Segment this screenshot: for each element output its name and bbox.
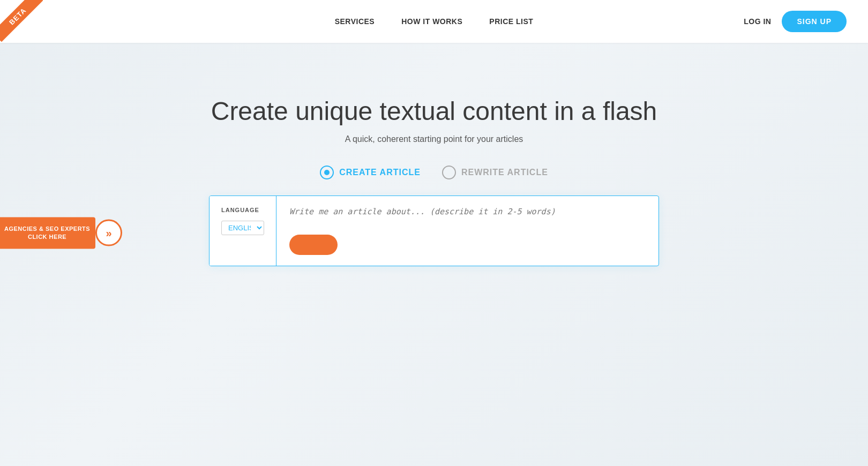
side-banner-text: AGENCIES & SEO EXPERTS CLICK HERE — [0, 217, 95, 249]
radio-group: CREATE ARTICLE REWRITE ARTICLE — [320, 166, 548, 179]
rewrite-article-option[interactable]: REWRITE ARTICLE — [442, 166, 548, 179]
article-form: LANGUAGE ENGLISH FRENCH GERMAN SPANISH — [209, 196, 659, 266]
hero-section: Create unique textual content in a flash… — [0, 43, 868, 266]
rewrite-article-radio[interactable] — [442, 166, 456, 179]
language-panel: LANGUAGE ENGLISH FRENCH GERMAN SPANISH — [209, 196, 276, 266]
generate-button[interactable] — [289, 235, 338, 255]
hero-title: Create unique textual content in a flash — [211, 96, 657, 126]
language-label: LANGUAGE — [221, 207, 264, 213]
side-banner-line2: CLICK HERE — [28, 234, 66, 240]
nav-services[interactable]: SERVICES — [335, 17, 375, 26]
rewrite-article-label: REWRITE ARTICLE — [461, 168, 548, 177]
nav-how-it-works[interactable]: HOW IT WORKS — [401, 17, 462, 26]
beta-ribbon: BETA — [0, 0, 43, 43]
nav-right: LOG IN SIGN UP — [744, 11, 847, 32]
language-select[interactable]: ENGLISH FRENCH GERMAN SPANISH — [221, 221, 264, 235]
create-article-option[interactable]: CREATE ARTICLE — [320, 166, 421, 179]
side-banner-line1: AGENCIES & SEO EXPERTS — [4, 226, 90, 232]
navbar: SERVICES HOW IT WORKS PRICE LIST LOG IN … — [0, 0, 868, 43]
input-panel — [276, 196, 659, 266]
create-article-label: CREATE ARTICLE — [339, 168, 421, 177]
create-article-radio[interactable] — [320, 166, 334, 179]
beta-label: BETA — [0, 0, 43, 42]
nav-price-list[interactable]: PRICE LIST — [489, 17, 533, 26]
hero-subtitle: A quick, coherent starting point for you… — [345, 134, 523, 144]
login-button[interactable]: LOG IN — [744, 17, 771, 26]
nav-links: SERVICES HOW IT WORKS PRICE LIST — [21, 17, 847, 26]
signup-button[interactable]: SIGN UP — [782, 11, 847, 32]
side-banner[interactable]: AGENCIES & SEO EXPERTS CLICK HERE — [0, 217, 122, 249]
side-banner-arrow-icon[interactable] — [95, 220, 122, 246]
article-topic-input[interactable] — [289, 207, 646, 226]
